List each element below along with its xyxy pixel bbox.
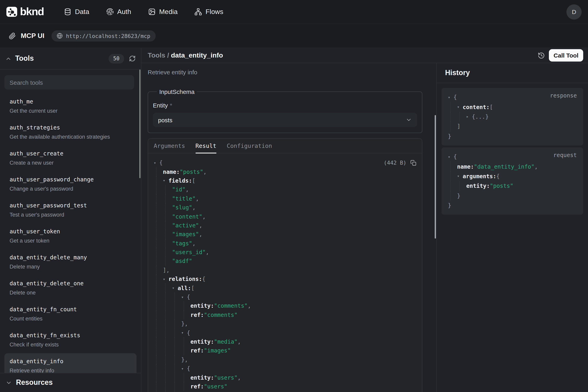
json-punctuation: } — [448, 202, 451, 208]
sidebar-item-data_entity_info[interactable]: data_entity_infoRetrieve entity info — [4, 353, 137, 373]
nav-item-label: Auth — [117, 8, 131, 16]
indent-guide — [184, 302, 193, 310]
indent-guide — [156, 364, 165, 373]
json-line: "asdf" — [154, 257, 416, 266]
mcp-url-pill[interactable]: http://localhost:28623/mcp — [51, 30, 156, 41]
history-panel: History response▾{▾content: [▸{...}]}req… — [437, 63, 588, 392]
sidebar-item-auth_user_token[interactable]: auth_user_tokenGet a user token — [4, 223, 137, 248]
sidebar-item-auth_user_create[interactable]: auth_user_createCreate a new user — [4, 146, 137, 171]
json-line: ] — [448, 122, 577, 131]
json-line: ▸{...} — [448, 112, 577, 122]
tool-name: data_entity_fn_count — [9, 306, 133, 313]
copy-icon[interactable] — [410, 160, 416, 166]
json-string-value: "users_id" — [172, 249, 206, 255]
indent-guide — [184, 337, 193, 346]
tool-desc: Change a user's password — [9, 186, 133, 192]
sidebar-item-auth_strategies[interactable]: auth_strategiesGet the available authent… — [4, 120, 137, 145]
chevron-down-icon — [405, 117, 412, 123]
indent-guide — [156, 176, 165, 185]
bknd-logo-icon[interactable] — [6, 7, 17, 17]
tools-section-header[interactable]: Tools 50 — [0, 48, 141, 70]
json-string-value: "users" — [204, 383, 227, 390]
collapse-toggle-icon[interactable]: ▾ — [448, 154, 453, 159]
json-punctuation: [ — [192, 178, 196, 184]
indent-guide — [165, 194, 175, 203]
indent-guide — [165, 212, 175, 221]
indent-guide — [165, 221, 175, 230]
nav-item-data[interactable]: Data — [64, 8, 89, 16]
chevron-up-icon[interactable] — [5, 55, 11, 62]
nav-item-media[interactable]: Media — [148, 8, 178, 16]
page-title: MCP UI — [21, 32, 44, 40]
indent-guide — [184, 373, 193, 382]
history-entry-type: request — [553, 152, 577, 158]
indent-guide — [156, 319, 165, 328]
chevron-down-icon[interactable] — [5, 380, 12, 386]
indent-guide — [184, 382, 193, 391]
json-line: "slug", — [154, 203, 416, 212]
resources-section-header[interactable]: Resources — [0, 373, 141, 392]
json-comma: , — [248, 303, 251, 309]
sidebar-item-data_entity_fn_exists[interactable]: data_entity_fn_existsCheck if entity exi… — [4, 327, 137, 352]
call-tool-button[interactable]: Call Tool — [549, 49, 583, 62]
sidebar-item-data_entity_delete_many[interactable]: data_entity_delete_manyDelete many — [4, 249, 137, 274]
json-line: name: "data_entity_info", — [448, 162, 577, 172]
result-scrollbar[interactable] — [435, 115, 436, 238]
json-key: all: — [178, 285, 191, 291]
sidebar-item-auth_me[interactable]: auth_meGet the current user — [4, 94, 137, 119]
nav-item-auth[interactable]: Auth — [106, 8, 131, 16]
tool-detail-panel: Retrieve entity info InputSchema Entity*… — [141, 63, 437, 392]
network-icon — [195, 8, 202, 16]
json-punctuation: { — [187, 330, 190, 336]
indent-guide — [165, 302, 175, 310]
json-line: ▾relations: { — [154, 274, 416, 284]
indent-guide — [175, 292, 184, 302]
refresh-icon[interactable] — [129, 55, 136, 62]
sidebar-item-data_entity_delete_one[interactable]: data_entity_delete_oneDelete one — [4, 275, 137, 300]
indent-guide — [450, 171, 459, 181]
json-punctuation: { — [453, 154, 457, 160]
indent-guide — [156, 292, 165, 302]
sidebar-item-data_entity_fn_count[interactable]: data_entity_fn_countCount entities — [4, 301, 137, 326]
tab-result[interactable]: Result — [196, 139, 216, 153]
history-entry-request[interactable]: request▾{name: "data_entity_info",▾argum… — [441, 148, 583, 215]
tab-arguments[interactable]: Arguments — [154, 139, 185, 153]
indent-guide — [156, 274, 165, 284]
json-string-value: "asdf" — [172, 258, 192, 264]
indent-guide — [175, 310, 184, 319]
entity-select[interactable]: posts — [153, 113, 417, 127]
indent-guide — [184, 346, 193, 355]
collapse-toggle-icon[interactable]: ▾ — [448, 95, 453, 99]
user-avatar[interactable]: D — [567, 4, 582, 20]
search-input[interactable] — [4, 79, 134, 86]
tools-sidebar: Tools 50 auth_meGet the current userauth… — [0, 48, 141, 392]
indent-guide — [165, 382, 175, 391]
json-line: ▾fields: [ — [154, 176, 416, 185]
indent-guide — [165, 310, 175, 319]
tab-configuration[interactable]: Configuration — [227, 139, 272, 153]
json-punctuation: { — [187, 294, 190, 300]
result-card: ArgumentsResultConfiguration ▾{(442 B)na… — [148, 138, 422, 392]
json-line: entity: "posts" — [448, 181, 577, 191]
sidebar-scrollbar[interactable] — [139, 70, 141, 178]
json-key: name: — [457, 163, 474, 170]
collapse-toggle-icon[interactable]: ▾ — [154, 160, 159, 165]
database-icon — [64, 8, 71, 16]
sidebar-item-auth_user_password_test[interactable]: auth_user_password_testTest a user's pas… — [4, 198, 137, 222]
json-key: name: — [163, 168, 180, 175]
nav-item-flows[interactable]: Flows — [195, 8, 223, 16]
indent-guide — [165, 337, 175, 346]
history-icon[interactable] — [538, 52, 545, 59]
indent-guide — [156, 212, 165, 221]
json-string-value: "media" — [214, 338, 237, 345]
brand-wordmark[interactable]: bknd — [20, 6, 44, 18]
indent-guide — [165, 346, 175, 355]
breadcrumb-section[interactable]: Tools — [148, 51, 165, 59]
json-comma: , — [196, 196, 199, 202]
indent-guide — [165, 239, 175, 248]
json-line: } — [448, 200, 577, 210]
history-entry-response[interactable]: response▾{▾content: [▸{...}]} — [441, 88, 583, 146]
indent-guide — [156, 310, 165, 319]
sidebar-item-auth_user_password_change[interactable]: auth_user_password_changeChange a user's… — [4, 172, 137, 196]
json-line: "title", — [154, 194, 416, 203]
